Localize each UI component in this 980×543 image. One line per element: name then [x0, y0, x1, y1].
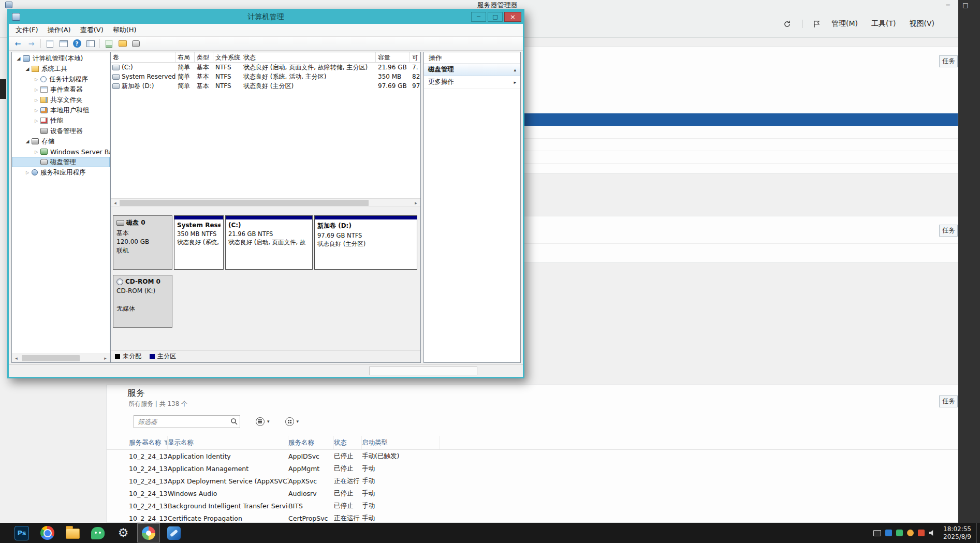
- tray-alert-icon[interactable]: [907, 530, 914, 536]
- tree-item-storage[interactable]: ◢存储: [12, 136, 110, 146]
- scroll-right-button[interactable]: ▸: [101, 354, 110, 362]
- services-column-display-name[interactable]: 显示名称: [168, 436, 288, 449]
- services-column-status[interactable]: 状态: [334, 436, 362, 449]
- cm-menu-view[interactable]: 查看(V): [76, 25, 108, 35]
- sm-close-button[interactable]: ×: [975, 1, 980, 10]
- tree-item-task-scheduler[interactable]: ▷任务计划程序: [12, 74, 110, 84]
- sm-menu-view[interactable]: 视图(V): [909, 19, 934, 28]
- search-icon[interactable]: [230, 418, 238, 425]
- cm-menu-help[interactable]: 帮助(H): [108, 25, 141, 35]
- sm-menu-tools[interactable]: 工具(T): [871, 19, 896, 28]
- show-desktop-button[interactable]: [976, 523, 980, 543]
- scroll-left-button[interactable]: ◂: [111, 199, 120, 207]
- sm-minimize-button[interactable]: ─: [941, 1, 955, 10]
- service-row-appidsvc[interactable]: 10_2_24_13Application IdentityAppIDSvc已停…: [107, 450, 958, 462]
- taskbar-clock[interactable]: 18:02:55 2025/8/9: [943, 525, 971, 541]
- cm-titlebar[interactable]: 计算机管理 ─ □ ×: [9, 10, 523, 24]
- folder-icon[interactable]: [116, 38, 129, 50]
- tree-expander-icon[interactable]: ▷: [33, 77, 40, 82]
- tray-security-icon[interactable]: [918, 530, 925, 536]
- services-column-service-name[interactable]: 服务名称: [288, 436, 334, 449]
- actions-group-disk-management[interactable]: 磁盘管理 ▴: [424, 64, 520, 76]
- tree-expander-icon[interactable]: ▷: [33, 108, 40, 113]
- tree-item-event-viewer[interactable]: ▷事件查看器: [12, 84, 110, 95]
- disk0-label[interactable]: 磁盘 0 基本 120.00 GB 联机: [113, 215, 172, 270]
- volume-column-filesystem[interactable]: 文件系统: [213, 52, 241, 62]
- tree-item-services-applications[interactable]: ▷服务和应用程序: [12, 167, 110, 178]
- tree-expander-icon[interactable]: ◢: [24, 66, 31, 71]
- tray-remote-icon[interactable]: [885, 530, 892, 536]
- volume-column-free[interactable]: 可: [410, 52, 420, 62]
- tree-item-computer-management-local[interactable]: ◢计算机管理(本地): [12, 53, 110, 64]
- submenu-arrow-icon[interactable]: ▸: [514, 80, 516, 85]
- group-menu-button[interactable]: ▾: [285, 417, 299, 426]
- cm-close-button[interactable]: ×: [504, 12, 521, 22]
- window-panel-icon[interactable]: [84, 38, 97, 50]
- volume-column-volume[interactable]: 卷: [111, 52, 175, 62]
- filter-input[interactable]: [134, 415, 240, 428]
- tree-item-local-users-groups[interactable]: ▷本地用户和组: [12, 105, 110, 115]
- scroll-track[interactable]: [21, 354, 101, 362]
- refresh-icon[interactable]: [782, 19, 793, 29]
- volume-column-type[interactable]: 类型: [195, 52, 213, 62]
- collapse-icon[interactable]: ▴: [514, 67, 516, 72]
- document-icon[interactable]: [43, 38, 56, 50]
- tree-expander-icon[interactable]: ▷: [33, 150, 40, 154]
- forward-arrow-icon[interactable]: →: [25, 38, 38, 50]
- volume-column-capacity[interactable]: 容量: [376, 52, 410, 62]
- disk-icon[interactable]: [129, 38, 142, 50]
- taskbar-icon-screen-recorder[interactable]: [137, 523, 160, 542]
- partition-d-drive[interactable]: 新加卷 (D:)97.69 GB NTFS状态良好 (主分区): [314, 215, 417, 270]
- help-icon[interactable]: ?: [70, 38, 83, 50]
- tray-volume-icon[interactable]: [929, 530, 936, 536]
- tree-expander-icon[interactable]: ▷: [33, 98, 40, 102]
- cm-menu-file[interactable]: 文件(F): [11, 25, 43, 35]
- service-row-bits[interactable]: 10_2_24_13Background Intelligent Transfe…: [107, 500, 958, 512]
- volume-hscrollbar[interactable]: ◂ ▸: [111, 198, 420, 207]
- cm-minimize-button[interactable]: ─: [471, 12, 486, 22]
- tree-expander-icon[interactable]: ▷: [33, 87, 40, 92]
- tree-expander-icon[interactable]: ◢: [15, 56, 22, 61]
- scroll-track[interactable]: [120, 199, 412, 207]
- service-row-audiosrv[interactable]: 10_2_24_13Windows AudioAudiosrv已停止手动: [107, 487, 958, 500]
- scroll-right-button[interactable]: ▸: [412, 199, 420, 207]
- volume-column-layout[interactable]: 布局: [175, 52, 195, 62]
- events-tasks-button[interactable]: 任务▾: [939, 55, 958, 67]
- taskbar-icon-remote-tool[interactable]: [163, 523, 185, 542]
- console-window-icon[interactable]: [57, 38, 70, 50]
- volume-row[interactable]: 新加卷 (D:)简单基本NTFS状态良好 (主分区)97.69 GB97: [111, 81, 420, 91]
- service-row-certpropsvc[interactable]: 10_2_24_13Certificate PropagationCertPro…: [107, 512, 958, 523]
- tree-expander-icon[interactable]: ▷: [33, 119, 40, 123]
- tree-item-windows-server-backup[interactable]: ▷Windows Server Back: [12, 146, 110, 157]
- tree-item-shared-folders[interactable]: ▷共享文件夹: [12, 95, 110, 105]
- partition-c-drive[interactable]: (C:)21.96 GB NTFS状态良好 (启动, 页面文件, 故: [225, 215, 313, 270]
- volume-row[interactable]: (C:)简单基本NTFS状态良好 (启动, 页面文件, 故障转储, 主分区)21…: [111, 63, 420, 72]
- service-row-appxsvc[interactable]: 10_2_24_13AppX Deployment Service (AppXS…: [107, 475, 958, 487]
- tree-item-disk-management[interactable]: 磁盘管理: [12, 157, 110, 167]
- scroll-thumb[interactable]: [22, 355, 80, 361]
- tree-expander-icon[interactable]: ▷: [24, 170, 31, 175]
- volume-column-status[interactable]: 状态: [241, 52, 376, 62]
- cdrom-label[interactable]: CD-ROM 0 CD-ROM (K:) 无媒体: [113, 275, 172, 328]
- sm-maximize-button[interactable]: □: [959, 1, 972, 10]
- action-doc-icon[interactable]: [103, 38, 115, 50]
- tree-hscrollbar[interactable]: ◂ ▸: [12, 354, 110, 362]
- list-tasks-button[interactable]: 任务▾: [939, 225, 958, 237]
- taskbar-icon-settings[interactable]: ⚙: [112, 523, 135, 542]
- taskbar-icon-photoshop[interactable]: Ps: [10, 523, 33, 542]
- back-arrow-icon[interactable]: ←: [11, 38, 24, 50]
- taskbar-icon-wechat[interactable]: [86, 523, 109, 542]
- scroll-thumb[interactable]: [120, 200, 369, 206]
- service-row-appmgmt[interactable]: 10_2_24_13Application ManagementAppMgmt已…: [107, 462, 958, 475]
- services-column-startup-type[interactable]: 启动类型: [362, 436, 440, 449]
- tree-item-system-tools[interactable]: ◢系统工具: [12, 64, 110, 74]
- taskbar-icon-chrome[interactable]: [36, 523, 58, 542]
- taskbar-icon-file-explorer[interactable]: [61, 523, 84, 542]
- tree-expander-icon[interactable]: ◢: [24, 139, 31, 144]
- services-tasks-button[interactable]: 任务▾: [939, 395, 958, 407]
- more-actions-item[interactable]: 更多操作 ▸: [424, 76, 520, 89]
- tree-item-device-manager[interactable]: 设备管理器: [12, 126, 110, 136]
- tray-monitor-icon[interactable]: [873, 530, 881, 536]
- volume-row[interactable]: System Reserved简单基本NTFS状态良好 (系统, 活动, 主分区…: [111, 72, 420, 81]
- cm-menu-action[interactable]: 操作(A): [43, 25, 76, 35]
